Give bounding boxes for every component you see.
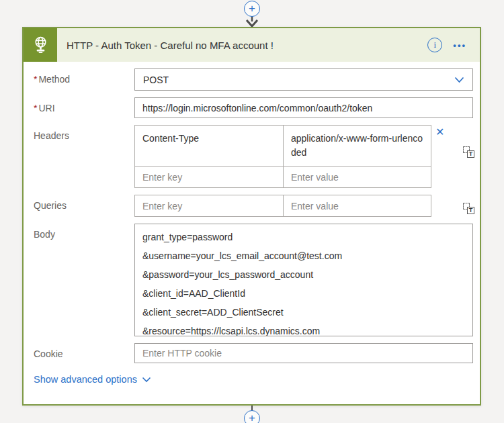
chevron-down-icon <box>142 377 151 383</box>
body-label: Body <box>34 224 134 336</box>
queries-label: Queries <box>34 195 134 217</box>
queries-table <box>134 195 431 217</box>
uri-input[interactable] <box>134 97 473 118</box>
headers-switch-to-text-mode-icon[interactable]: T <box>463 146 474 158</box>
method-dropdown[interactable]: POST <box>134 68 473 91</box>
query-key-input[interactable] <box>135 195 283 216</box>
header-empty-row <box>135 167 431 187</box>
action-title: HTTP - Auth Token - Careful no MFA accou… <box>57 40 427 51</box>
headers-label: Headers <box>34 125 134 188</box>
method-value: POST <box>143 75 169 85</box>
show-advanced-options-link[interactable]: Show advanced options <box>34 374 151 385</box>
query-empty-row <box>135 195 431 216</box>
delete-header-row-icon[interactable]: ✕ <box>435 125 444 138</box>
header-key-value: Content-Type <box>135 126 283 152</box>
http-globe-icon <box>24 28 57 62</box>
header-value-cell[interactable]: application/x-www-form-urlencoded <box>284 126 431 166</box>
uri-row: *URI <box>34 97 473 118</box>
plus-icon: + <box>249 2 255 15</box>
queries-row: Queries <box>34 195 473 217</box>
method-label: *Method <box>34 68 134 91</box>
action-card-body: *Method POST *URI Headers <box>24 62 480 385</box>
header-key-input[interactable] <box>135 167 283 187</box>
http-action-card: HTTP - Auth Token - Careful no MFA accou… <box>22 27 481 406</box>
insert-step-below-button[interactable]: + <box>244 410 260 423</box>
connector-arrow-down-icon <box>244 15 260 28</box>
cookie-row: Cookie <box>34 343 473 363</box>
header-entry-row: Content-Type application/x-www-form-urle… <box>135 126 431 167</box>
method-row: *Method POST <box>34 68 473 91</box>
chevron-down-icon <box>454 77 464 83</box>
header-value-value: application/x-www-form-urlencoded <box>284 126 431 166</box>
plus-icon: + <box>249 412 255 423</box>
query-value-input[interactable] <box>284 195 431 216</box>
info-glyph: i <box>434 40 437 50</box>
cookie-input[interactable] <box>134 343 473 363</box>
header-value-input[interactable] <box>284 167 431 187</box>
insert-step-above-button[interactable]: + <box>244 1 260 17</box>
headers-row: Headers Content-Type application/x-www-f… <box>34 125 473 188</box>
action-card-header[interactable]: HTTP - Auth Token - Careful no MFA accou… <box>24 28 480 62</box>
menu-ellipsis-icon[interactable]: ••• <box>453 40 466 50</box>
required-asterisk: * <box>34 74 37 85</box>
headers-table: Content-Type application/x-www-form-urle… <box>134 125 431 188</box>
info-icon[interactable]: i <box>427 38 442 52</box>
cookie-label: Cookie <box>34 343 134 363</box>
required-asterisk: * <box>34 103 37 113</box>
body-textarea[interactable]: grant_type=password &username=your_lcs_e… <box>134 224 473 336</box>
header-key-cell[interactable]: Content-Type <box>135 126 284 166</box>
queries-switch-to-text-mode-icon[interactable]: T <box>463 203 474 214</box>
uri-label: *URI <box>34 97 134 118</box>
body-row: Body grant_type=password &username=your_… <box>34 224 473 336</box>
